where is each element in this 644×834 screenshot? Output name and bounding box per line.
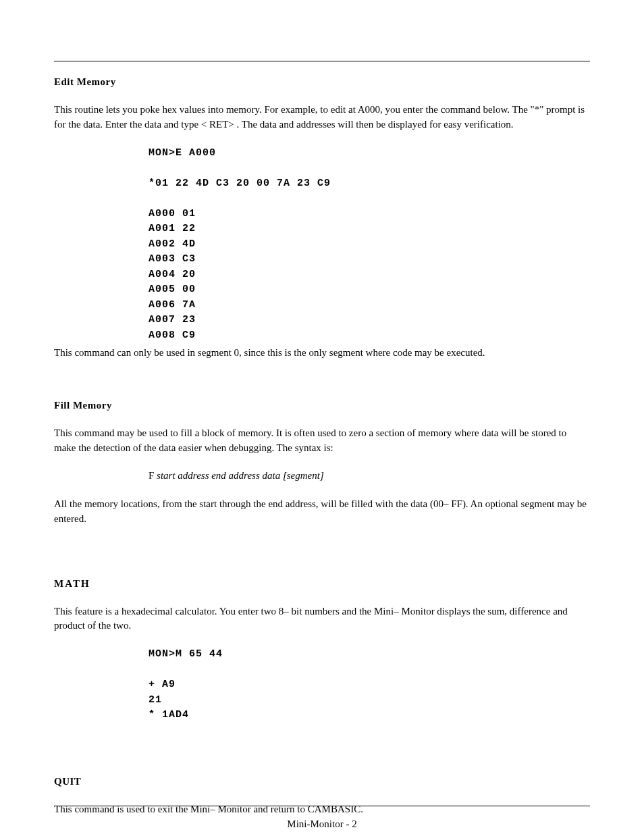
code-edit-memory: MON>E A000 *01 22 4D C3 20 00 7A 23 C9 A… <box>149 146 590 344</box>
para-edit-memory-1: This routine lets you poke hex values in… <box>54 103 590 132</box>
code-math: MON>M 65 44 + A9 21 * 1AD4 <box>149 647 590 723</box>
syntax-fill-memory: F start address end address data [segmen… <box>149 469 590 484</box>
para-fill-memory-2: All the memory locations, from the start… <box>54 497 590 527</box>
para-edit-memory-2: This command can only be used in segment… <box>54 346 590 361</box>
footer: Mini-Monitor - 2 <box>54 806 590 830</box>
footer-label: Mini-Monitor - 2 <box>54 818 590 830</box>
heading-quit: QUIT <box>54 776 590 787</box>
bottom-rule <box>54 806 590 806</box>
heading-math: MATH <box>54 578 590 590</box>
heading-edit-memory: Edit Memory <box>54 76 590 88</box>
para-math-1: This feature is a hexadecimal calculator… <box>54 604 590 634</box>
syntax-args: start address end address data [segment] <box>157 470 324 481</box>
heading-fill-memory: Fill Memory <box>54 400 590 411</box>
para-fill-memory-1: This command may be used to fill a block… <box>54 426 590 456</box>
document-page: Edit Memory This routine lets you poke h… <box>0 0 644 834</box>
top-rule <box>54 61 590 61</box>
syntax-cmd: F <box>149 470 157 481</box>
